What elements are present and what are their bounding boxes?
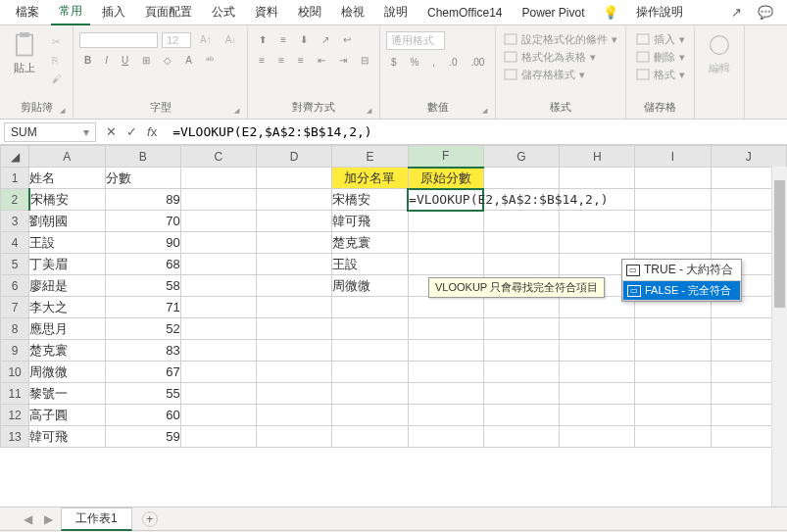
cell[interactable] — [560, 340, 635, 362]
row-header[interactable]: 8 — [1, 318, 29, 340]
cell[interactable] — [483, 297, 559, 318]
row-header[interactable]: 5 — [1, 254, 29, 275]
cell[interactable] — [332, 426, 408, 448]
cell[interactable] — [257, 168, 332, 189]
cell[interactable] — [635, 362, 711, 383]
cell[interactable] — [180, 297, 256, 318]
cell[interactable] — [332, 340, 408, 362]
bold-button[interactable]: B — [79, 52, 96, 69]
col-header-E[interactable]: E — [332, 146, 408, 168]
cell[interactable]: 應思月 — [29, 318, 105, 340]
sheet-nav-prev-icon[interactable]: ◀ — [20, 512, 36, 526]
col-header-D[interactable]: D — [257, 146, 332, 168]
paste-button[interactable]: 貼上 — [6, 31, 43, 75]
cell[interactable]: 韓可飛 — [332, 211, 408, 232]
cell[interactable] — [257, 232, 332, 254]
cell[interactable] — [408, 254, 483, 275]
cell[interactable]: 68 — [105, 254, 180, 275]
cell[interactable] — [408, 340, 483, 362]
indent-inc-icon[interactable]: ⇥ — [334, 52, 352, 69]
row-header[interactable]: 6 — [1, 275, 29, 297]
cell[interactable]: 黎號一 — [29, 383, 105, 405]
cell[interactable]: 高子圓 — [29, 405, 105, 426]
cell[interactable] — [408, 232, 483, 254]
cell[interactable]: 李大之 — [29, 297, 105, 318]
tab-file[interactable]: 檔案 — [8, 0, 47, 24]
cell[interactable]: 周微微 — [29, 362, 105, 383]
sheet-nav-next-icon[interactable]: ▶ — [40, 512, 57, 526]
tab-help[interactable]: 說明 — [376, 0, 416, 24]
border-button[interactable]: ⊞ — [137, 52, 155, 69]
cell[interactable] — [180, 189, 256, 211]
copy-icon[interactable]: ⎘ — [47, 52, 67, 69]
cell[interactable] — [257, 318, 332, 340]
format-painter-icon[interactable]: 🖌 — [47, 71, 67, 87]
cell[interactable] — [483, 254, 559, 275]
tell-me-text[interactable]: 操作說明 — [628, 0, 691, 24]
inc-decimal-icon[interactable]: .0 — [444, 54, 462, 71]
cell[interactable]: 89 — [105, 189, 180, 211]
cell[interactable] — [180, 426, 256, 448]
cell[interactable] — [332, 383, 408, 405]
cell[interactable] — [483, 362, 559, 383]
cell[interactable]: 原始分數 — [408, 168, 483, 189]
row-header[interactable]: 2 — [1, 189, 29, 211]
cell[interactable] — [408, 405, 483, 426]
tab-home[interactable]: 常用 — [51, 0, 90, 25]
cell[interactable]: 楚克寰 — [29, 340, 105, 362]
cell[interactable] — [635, 405, 711, 426]
cell[interactable] — [560, 383, 635, 405]
cell[interactable]: 70 — [105, 211, 180, 232]
cell[interactable] — [483, 405, 559, 426]
cell[interactable] — [257, 211, 332, 232]
cell[interactable] — [408, 211, 483, 232]
select-all-button[interactable]: ◢ — [1, 146, 29, 168]
cell[interactable] — [332, 318, 408, 340]
tab-review[interactable]: 校閱 — [290, 0, 329, 24]
cell[interactable] — [483, 318, 559, 340]
cell[interactable]: 宋橋安 — [29, 189, 105, 211]
comma-icon[interactable]: , — [427, 54, 440, 71]
font-color-button[interactable]: A — [180, 52, 197, 69]
cell[interactable] — [180, 232, 256, 254]
tab-pagelayout[interactable]: 頁面配置 — [137, 0, 200, 24]
sheet-tab[interactable]: 工作表1 — [61, 508, 132, 531]
cell[interactable] — [180, 362, 256, 383]
increase-font-icon[interactable]: A↑ — [195, 31, 217, 48]
cell[interactable] — [635, 383, 711, 405]
cell[interactable]: 宋橋安 — [332, 189, 408, 211]
row-header[interactable]: 4 — [1, 232, 29, 254]
formula-input[interactable] — [167, 122, 787, 141]
active-cell[interactable]: =VLOOKUP(E2,$A$2:$B$14,2,) — [408, 189, 483, 211]
cell[interactable] — [483, 211, 559, 232]
align-right-icon[interactable]: ≡ — [293, 52, 309, 69]
col-header-H[interactable]: H — [560, 146, 635, 168]
cell[interactable] — [180, 383, 256, 405]
cell[interactable]: 59 — [105, 426, 180, 448]
cell[interactable] — [560, 168, 635, 189]
cell[interactable]: 90 — [105, 232, 180, 254]
cell[interactable] — [635, 189, 711, 211]
col-header-C[interactable]: C — [180, 146, 256, 168]
cell[interactable]: 60 — [105, 405, 180, 426]
share-icon[interactable]: ↗ — [725, 3, 748, 22]
col-header-I[interactable]: I — [635, 146, 711, 168]
insert-cells-button[interactable]: 插入▾ — [634, 31, 687, 48]
tab-view[interactable]: 檢視 — [333, 0, 372, 24]
cell[interactable] — [635, 168, 711, 189]
cell[interactable]: 55 — [105, 383, 180, 405]
decrease-font-icon[interactable]: A↓ — [221, 31, 242, 48]
cell[interactable]: 周微微 — [332, 275, 408, 297]
cell[interactable]: 加分名單 — [332, 168, 408, 189]
row-header[interactable]: 11 — [1, 383, 29, 405]
name-box[interactable]: SUM▾ — [4, 122, 96, 142]
cell[interactable]: 52 — [105, 318, 180, 340]
fx-icon[interactable]: fx — [147, 124, 157, 139]
tab-powerpivot[interactable]: Power Pivot — [514, 2, 592, 24]
cell[interactable] — [483, 168, 559, 189]
percent-icon[interactable]: % — [405, 54, 423, 71]
cell-styles-button[interactable]: 儲存格樣式▾ — [502, 67, 587, 83]
cell[interactable]: 楚克寰 — [332, 232, 408, 254]
align-bottom-icon[interactable]: ⬇ — [295, 31, 313, 48]
wrap-text-icon[interactable]: ↩ — [338, 31, 356, 48]
